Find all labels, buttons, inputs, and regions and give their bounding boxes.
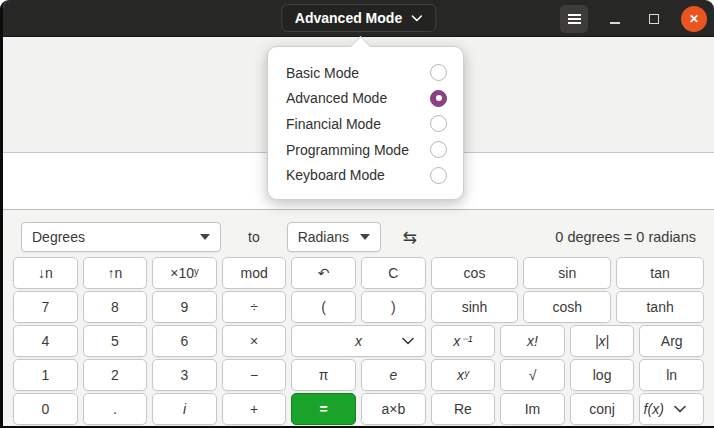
- menu-item-keyboard-mode[interactable]: Keyboard Mode: [268, 162, 463, 188]
- key-x-variable-menu[interactable]: x: [291, 325, 425, 357]
- key-6[interactable]: 6: [152, 325, 217, 357]
- menu-item-advanced-mode[interactable]: Advanced Mode: [268, 86, 463, 112]
- keypad: Degrees to Radians ⇆ 0 degrees = 0 radia…: [3, 222, 714, 428]
- key-pi[interactable]: π: [291, 359, 356, 391]
- key-scientific-notation[interactable]: ×10ʸ: [152, 257, 217, 289]
- key-subscript[interactable]: ↓n: [13, 257, 78, 289]
- radio-unchecked-icon[interactable]: [430, 64, 447, 81]
- key-multiply[interactable]: ×: [222, 325, 287, 357]
- convert-from-dropdown[interactable]: Degrees: [21, 222, 221, 252]
- calculator-window: Advanced Mode ✕ Degrees: [0, 0, 714, 428]
- key-cosh[interactable]: cosh: [523, 291, 611, 323]
- key-log[interactable]: log: [570, 359, 635, 391]
- close-button[interactable]: ✕: [681, 6, 707, 32]
- key-2[interactable]: 2: [83, 359, 148, 391]
- hamburger-menu-button[interactable]: [560, 5, 588, 33]
- key-7[interactable]: 7: [13, 291, 78, 323]
- key-1[interactable]: 1: [13, 359, 78, 391]
- menu-item-label: Advanced Mode: [286, 90, 387, 106]
- close-icon: ✕: [689, 12, 699, 26]
- conversion-to-label: to: [248, 229, 260, 245]
- convert-to-dropdown[interactable]: Radians: [287, 222, 381, 252]
- menu-item-programming-mode[interactable]: Programming Mode: [268, 137, 463, 163]
- maximize-icon: [649, 14, 659, 24]
- window-controls: ✕: [560, 0, 707, 37]
- titlebar[interactable]: Advanced Mode ✕: [3, 0, 714, 37]
- mode-selector-button[interactable]: Advanced Mode: [281, 4, 436, 32]
- key-imaginary-part[interactable]: Im: [500, 393, 565, 425]
- radio-unchecked-icon[interactable]: [430, 167, 447, 184]
- key-open-paren[interactable]: (: [291, 291, 356, 323]
- undo-icon: ↶: [318, 265, 330, 281]
- minimize-icon: [610, 22, 620, 24]
- key-9[interactable]: 9: [152, 291, 217, 323]
- key-absolute-value[interactable]: |x|: [570, 325, 635, 357]
- x-variable-label: x: [355, 333, 362, 349]
- key-5[interactable]: 5: [83, 325, 148, 357]
- key-square-root[interactable]: √: [500, 359, 565, 391]
- menu-item-label: Programming Mode: [286, 142, 409, 158]
- key-sin[interactable]: sin: [523, 257, 611, 289]
- minimize-button[interactable]: [603, 5, 627, 33]
- mode-selector-label: Advanced Mode: [295, 10, 402, 26]
- key-tanh[interactable]: tanh: [616, 291, 704, 323]
- chevron-down-icon: [411, 15, 422, 22]
- key-real-part[interactable]: Re: [431, 393, 496, 425]
- menu-item-label: Financial Mode: [286, 116, 381, 132]
- key-function-menu[interactable]: f(x): [639, 393, 704, 425]
- key-add[interactable]: +: [222, 393, 287, 425]
- key-factorial[interactable]: x!: [500, 325, 565, 357]
- swap-icon: ⇆: [403, 227, 417, 247]
- key-mod[interactable]: mod: [222, 257, 287, 289]
- conversion-result-text: 0 degrees = 0 radians: [555, 229, 696, 245]
- key-decimal-point[interactable]: .: [83, 393, 148, 425]
- key-equals[interactable]: =: [291, 393, 356, 425]
- radio-unchecked-icon[interactable]: [430, 141, 447, 158]
- key-clear[interactable]: C: [361, 257, 426, 289]
- key-divide[interactable]: ÷: [222, 291, 287, 323]
- key-conjugate[interactable]: conj: [570, 393, 635, 425]
- key-ln[interactable]: ln: [639, 359, 704, 391]
- convert-to-value: Radians: [298, 229, 349, 245]
- key-argument[interactable]: Arg: [639, 325, 704, 357]
- key-tan[interactable]: tan: [616, 257, 704, 289]
- swap-conversion-button[interactable]: ⇆: [403, 227, 417, 247]
- key-imaginary[interactable]: i: [152, 393, 217, 425]
- key-sinh[interactable]: sinh: [431, 291, 519, 323]
- key-inverse[interactable]: x⁻¹: [431, 325, 496, 357]
- radio-unchecked-icon[interactable]: [430, 115, 447, 132]
- menu-item-financial-mode[interactable]: Financial Mode: [268, 111, 463, 137]
- key-cos[interactable]: cos: [431, 257, 519, 289]
- menu-item-label: Basic Mode: [286, 65, 359, 81]
- hamburger-icon: [568, 18, 581, 20]
- key-subtract[interactable]: −: [222, 359, 287, 391]
- key-undo[interactable]: ↶: [291, 257, 356, 289]
- function-menu-label: f(x): [644, 401, 664, 417]
- key-superscript[interactable]: ↑n: [83, 257, 148, 289]
- key-power[interactable]: xʸ: [431, 359, 496, 391]
- key-3[interactable]: 3: [152, 359, 217, 391]
- conversion-row: Degrees to Radians ⇆ 0 degrees = 0 radia…: [13, 222, 704, 252]
- dropdown-arrow-icon: [360, 234, 370, 240]
- chevron-down-icon: [674, 405, 686, 413]
- maximize-button[interactable]: [642, 5, 666, 33]
- key-euler[interactable]: e: [361, 359, 426, 391]
- key-4[interactable]: 4: [13, 325, 78, 357]
- menu-item-basic-mode[interactable]: Basic Mode: [268, 60, 463, 86]
- key-close-paren[interactable]: ): [361, 291, 426, 323]
- convert-from-value: Degrees: [32, 229, 85, 245]
- dropdown-arrow-icon: [200, 234, 210, 240]
- menu-item-label: Keyboard Mode: [286, 167, 385, 183]
- mode-menu-popover: Basic Mode Advanced Mode Financial Mode …: [267, 46, 464, 200]
- key-a-times-b[interactable]: a×b: [361, 393, 426, 425]
- keys-grid: ↓n ↑n ×10ʸ mod ↶ C cos sin tan 7 8 9 ÷ (…: [13, 257, 704, 425]
- chevron-down-icon: [402, 337, 414, 345]
- key-8[interactable]: 8: [83, 291, 148, 323]
- radio-checked-icon[interactable]: [430, 90, 447, 107]
- key-0[interactable]: 0: [13, 393, 78, 425]
